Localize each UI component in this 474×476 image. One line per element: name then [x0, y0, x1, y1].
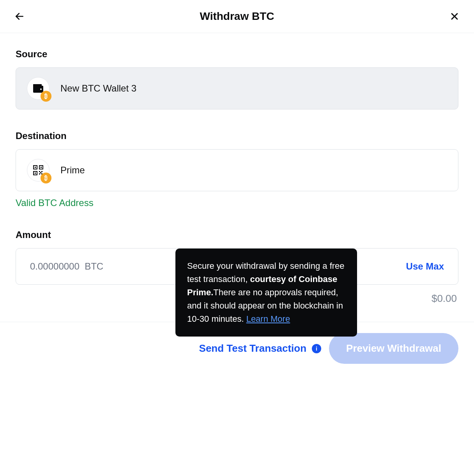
destination-wallet-name: Prime	[60, 165, 85, 176]
wallet-icon	[33, 84, 43, 93]
send-test-transaction-button[interactable]: Send Test Transaction i	[199, 342, 321, 354]
svg-rect-7	[35, 167, 36, 168]
svg-rect-9	[41, 167, 42, 168]
preview-withdrawal-button[interactable]: Preview Withdrawal	[329, 333, 458, 364]
svg-rect-12	[39, 171, 40, 172]
coin-symbol: ₿	[44, 93, 48, 100]
amount-label: Amount	[16, 229, 458, 240]
modal-footer: Secure your withdrawal by sending a free…	[0, 322, 474, 379]
test-transaction-tooltip: Secure your withdrawal by sending a free…	[175, 249, 357, 337]
back-button[interactable]	[14, 11, 25, 22]
source-wallet-name: New BTC Wallet 3	[60, 83, 136, 94]
page-title: Withdraw BTC	[200, 10, 274, 23]
wallet-avatar: ₿	[27, 77, 50, 100]
modal-header: Withdraw BTC	[0, 0, 474, 33]
source-label: Source	[16, 49, 458, 60]
arrow-left-icon	[14, 11, 25, 21]
address-validation-text: Valid BTC Address	[16, 197, 458, 208]
svg-rect-16	[40, 172, 41, 173]
svg-rect-14	[39, 173, 40, 175]
destination-wallet-card[interactable]: ₿ Prime	[16, 149, 458, 191]
learn-more-link[interactable]: Learn More	[246, 314, 290, 324]
use-max-button[interactable]: Use Max	[406, 261, 444, 272]
svg-rect-11	[35, 173, 36, 174]
source-wallet-card[interactable]: ₿ New BTC Wallet 3	[16, 67, 458, 109]
destination-label: Destination	[16, 130, 458, 141]
send-test-label: Send Test Transaction	[199, 342, 306, 354]
close-icon	[450, 12, 459, 21]
destination-avatar: ₿	[27, 159, 50, 182]
btc-coin-badge: ₿	[41, 173, 51, 183]
btc-coin-badge: ₿	[41, 91, 51, 102]
info-icon: i	[312, 344, 321, 353]
svg-rect-3	[33, 86, 43, 93]
svg-point-5	[40, 88, 42, 90]
close-button[interactable]	[449, 11, 460, 22]
svg-rect-4	[33, 84, 42, 86]
qr-icon	[33, 165, 43, 175]
coin-symbol: ₿	[44, 175, 48, 182]
svg-rect-13	[41, 171, 42, 172]
